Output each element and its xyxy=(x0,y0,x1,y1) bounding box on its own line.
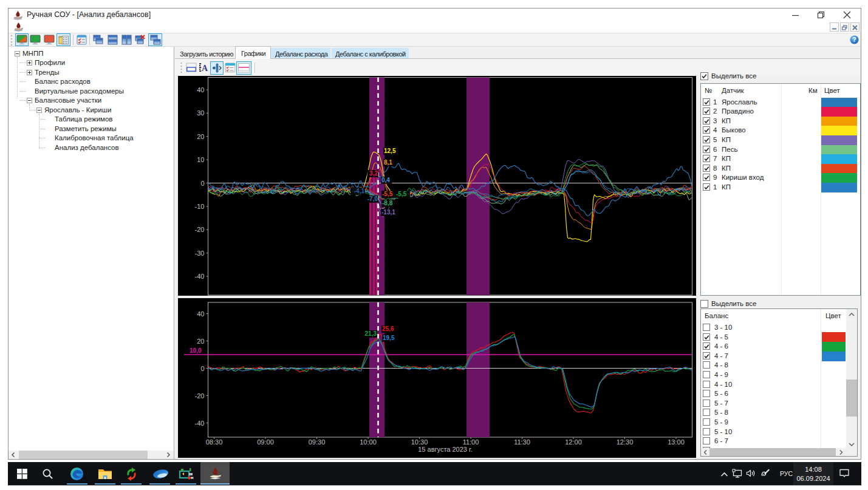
svg-text:13:00: 13:00 xyxy=(668,438,685,446)
svg-text:11:00: 11:00 xyxy=(463,438,479,446)
svg-text:-4,1: -4,1 xyxy=(354,188,365,194)
svg-text:19,5: 19,5 xyxy=(383,335,395,341)
svg-text:-7,0: -7,0 xyxy=(367,196,378,202)
svg-text:11:30: 11:30 xyxy=(514,438,530,446)
svg-text:12:00: 12:00 xyxy=(565,438,582,446)
svg-text:30: 30 xyxy=(197,109,204,117)
svg-text:8,1: 8,1 xyxy=(384,159,392,166)
svg-text:A: A xyxy=(202,64,208,73)
svg-text:40: 40 xyxy=(197,310,204,318)
svg-text:-20: -20 xyxy=(195,392,205,400)
svg-text:-20: -20 xyxy=(195,226,205,233)
svg-text:12,5: 12,5 xyxy=(384,148,396,154)
svg-text:10:30: 10:30 xyxy=(411,438,428,446)
svg-text:-5,5: -5,5 xyxy=(396,191,407,197)
svg-text:09:00: 09:00 xyxy=(257,438,274,446)
svg-text:40: 40 xyxy=(197,86,204,94)
svg-text:09:30: 09:30 xyxy=(309,438,326,446)
svg-text:10: 10 xyxy=(197,156,204,163)
svg-text:0,4: 0,4 xyxy=(381,177,390,183)
svg-text:0: 0 xyxy=(200,365,204,372)
svg-text:-30: -30 xyxy=(195,250,205,257)
svg-text:10,0: 10,0 xyxy=(190,347,202,354)
svg-text:12:30: 12:30 xyxy=(617,438,634,446)
svg-text:15 августа 2023 г.: 15 августа 2023 г. xyxy=(418,446,472,453)
svg-text:3,2: 3,2 xyxy=(369,170,378,177)
svg-text:-5,5: -5,5 xyxy=(382,191,393,197)
svg-text:10:00: 10:00 xyxy=(360,438,377,446)
svg-text:-40: -40 xyxy=(195,273,205,280)
svg-text:-13,1: -13,1 xyxy=(381,209,395,216)
svg-text:25,6: 25,6 xyxy=(382,325,394,332)
svg-text:-10: -10 xyxy=(195,203,205,210)
svg-text:?: ? xyxy=(852,36,856,43)
svg-text:21,3: 21,3 xyxy=(365,330,377,337)
svg-text:-40: -40 xyxy=(195,420,205,427)
svg-text:-8,8: -8,8 xyxy=(382,200,393,206)
svg-text:20: 20 xyxy=(197,133,204,140)
svg-text:0: 0 xyxy=(200,180,204,187)
svg-text:20: 20 xyxy=(197,338,204,345)
svg-text:08:30: 08:30 xyxy=(206,438,223,446)
